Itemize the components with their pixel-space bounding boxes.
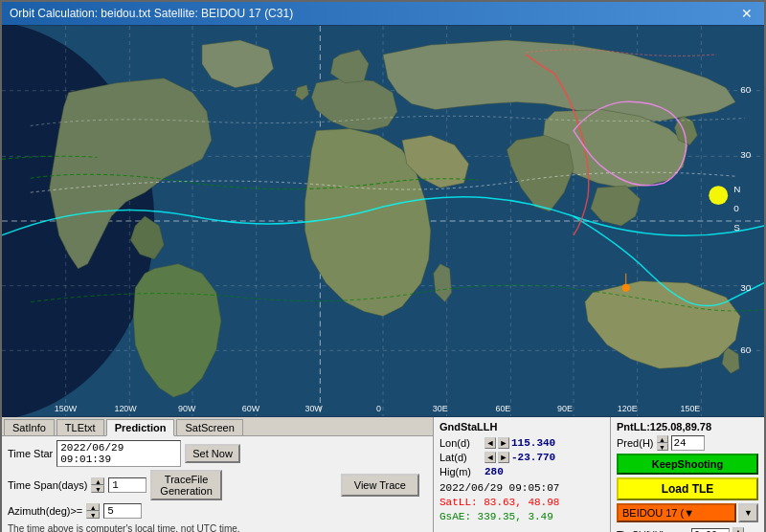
left-panel: SatInfo TLEtxt Prediction SatScreen Time… xyxy=(2,417,434,532)
notice-text: The time above is computer's local time,… xyxy=(8,523,240,532)
set-now-button[interactable]: Set Now xyxy=(185,444,240,463)
time-span-input[interactable]: 1 xyxy=(108,477,146,493)
svg-text:90W: 90W xyxy=(178,404,196,413)
svg-text:90E: 90E xyxy=(557,404,573,413)
notice-row: The time above is computer's local time,… xyxy=(8,521,427,532)
tab-satinfo[interactable]: SatInfo xyxy=(4,419,55,435)
tab-prediction[interactable]: Prediction xyxy=(106,419,175,436)
middle-panel: GndStaLLH Lon(d) ◄ ► 115.340 Lat(d) ◄ ► … xyxy=(434,417,611,532)
azimuth-down[interactable]: ▼ xyxy=(86,511,100,519)
lat-row: Lat(d) ◄ ► -23.770 xyxy=(439,452,604,463)
azimuth-label: Azimuth(deg)>= xyxy=(8,505,82,517)
time-span-row: Time Span(days) ▲ ▼ 1 TraceFile Generati… xyxy=(8,470,427,500)
gnd-title: GndStaLLH xyxy=(439,421,604,432)
close-button[interactable]: ✕ xyxy=(737,6,756,21)
window-title: Orbit Calculation: beidou.txt Satellite:… xyxy=(10,7,293,20)
svg-text:150E: 150E xyxy=(680,404,700,413)
lon-label: Lon(d) xyxy=(439,437,483,449)
load-tle-button[interactable]: Load TLE xyxy=(617,477,758,500)
azimuth-row: Azimuth(deg)>= ▲ ▼ 5 xyxy=(8,503,427,519)
svg-text:N: N xyxy=(733,184,740,194)
tab-bar: SatInfo TLEtxt Prediction SatScreen xyxy=(2,417,433,436)
azimuth-spinner: ▲ ▼ xyxy=(86,503,100,519)
keep-shooting-button[interactable]: KeepShooting xyxy=(617,454,758,475)
pred-label: Pred(H) xyxy=(617,437,654,449)
time-span-label: Time Span(days) xyxy=(8,479,87,491)
time-star-row: Time Star 2022/06/29 09:01:39 Set Now xyxy=(8,440,427,467)
time-shift-h-up[interactable]: ▲ xyxy=(732,527,744,532)
azimuth-up[interactable]: ▲ xyxy=(86,503,100,511)
tab-tletxt[interactable]: TLEtxt xyxy=(56,419,104,435)
lon-right-btn[interactable]: ► xyxy=(498,437,509,449)
svg-text:150W: 150W xyxy=(55,404,78,413)
time-span-up[interactable]: ▲ xyxy=(91,477,104,485)
svg-text:60: 60 xyxy=(740,344,752,355)
bottom-panel: SatInfo TLEtxt Prediction SatScreen Time… xyxy=(2,417,764,532)
svg-text:0: 0 xyxy=(376,404,381,413)
svg-text:120W: 120W xyxy=(114,404,137,413)
svg-text:30: 30 xyxy=(740,282,752,293)
lat-label: Lat(d) xyxy=(439,452,483,463)
time-shift-h-input[interactable]: 0.00 xyxy=(691,528,730,533)
datetime-display: 2022/06/29 09:05:07 xyxy=(439,482,604,494)
satellite-dropdown-btn[interactable]: ▼ xyxy=(738,503,758,522)
pred-row: Pred(H) ▲ ▼ 24 xyxy=(617,435,758,451)
lon-value: 115.340 xyxy=(511,437,555,449)
satellite-select-row: BEIDOU 17 (▼ ▼ xyxy=(617,503,758,522)
svg-text:60: 60 xyxy=(740,84,752,95)
gs-ae-display: GsAE: 339.35, 3.49 xyxy=(439,511,604,522)
world-map: 60 30 30 60 N 0 S 150W 120W 90W 60W 30W … xyxy=(2,25,764,417)
map-container: 60 30 30 60 N 0 S 150W 120W 90W 60W 30W … xyxy=(2,25,764,417)
hig-value: 280 xyxy=(484,466,504,477)
time-span-spinner: ▲ ▼ xyxy=(91,477,104,493)
trace-file-line1: TraceFile xyxy=(165,474,208,485)
svg-point-18 xyxy=(709,186,728,205)
pred-down[interactable]: ▼ xyxy=(657,443,668,451)
time-star-label: Time Star xyxy=(8,448,53,459)
view-trace-button[interactable]: View Trace xyxy=(341,474,419,497)
pred-spinner: ▲ ▼ xyxy=(657,435,668,451)
trace-file-button[interactable]: TraceFile Generation xyxy=(150,470,221,500)
svg-text:30W: 30W xyxy=(304,404,323,413)
hig-row: Hig(m) 280 xyxy=(439,466,604,477)
main-window: Orbit Calculation: beidou.txt Satellite:… xyxy=(0,0,766,532)
svg-text:120E: 120E xyxy=(618,404,638,413)
hig-label: Hig(m) xyxy=(439,466,483,477)
lon-row: Lon(d) ◄ ► 115.340 xyxy=(439,437,604,449)
svg-text:30E: 30E xyxy=(433,404,448,413)
lat-value: -23.770 xyxy=(511,452,555,463)
sat-ll-display: SatLL: 83.63, 48.98 xyxy=(439,497,604,508)
time-span-down[interactable]: ▼ xyxy=(91,485,104,493)
lon-left-btn[interactable]: ◄ xyxy=(484,437,496,449)
time-input[interactable]: 2022/06/29 09:01:39 xyxy=(56,440,181,467)
title-bar: Orbit Calculation: beidou.txt Satellite:… xyxy=(2,2,764,25)
azimuth-input[interactable]: 5 xyxy=(103,503,142,519)
svg-text:0: 0 xyxy=(733,203,739,213)
svg-text:30: 30 xyxy=(740,149,752,160)
trace-file-line2: Generation xyxy=(160,485,212,497)
satellite-select[interactable]: BEIDOU 17 (▼ xyxy=(617,503,736,522)
pnt-title: PntLL:125.08,89.78 xyxy=(617,421,758,432)
svg-text:60W: 60W xyxy=(242,404,260,413)
pred-up[interactable]: ▲ xyxy=(657,435,668,443)
right-panel: PntLL:125.08,89.78 Pred(H) ▲ ▼ 24 KeepSh… xyxy=(611,417,764,532)
time-shift-h-row: TimShift(H) = 0.00 ▲ ▼ xyxy=(617,527,758,532)
svg-text:S: S xyxy=(733,222,740,233)
controls-area: Time Star 2022/06/29 09:01:39 Set Now Ti… xyxy=(2,436,433,532)
svg-text:60E: 60E xyxy=(495,404,510,413)
time-shift-h-spinner: ▲ ▼ xyxy=(732,527,744,532)
lat-left-btn[interactable]: ◄ xyxy=(484,452,496,463)
pred-input[interactable]: 24 xyxy=(671,435,705,451)
tab-satscreen[interactable]: SatScreen xyxy=(176,419,242,435)
lat-right-btn[interactable]: ► xyxy=(498,452,509,463)
